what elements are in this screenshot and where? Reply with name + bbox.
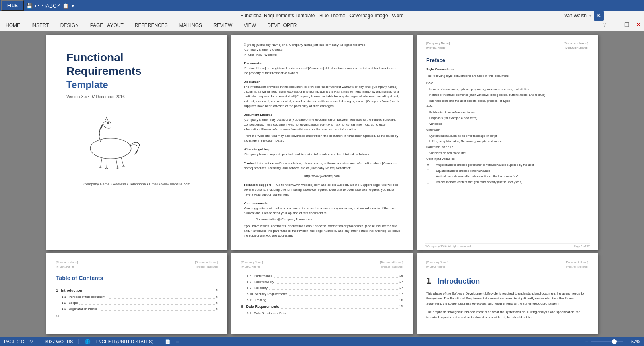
tab-references[interactable]: REFERENCES — [129, 20, 173, 31]
italic-desc3: Variables — [426, 122, 588, 126]
cp-help: Where to get help [Company Name] support… — [244, 147, 400, 157]
file-tab[interactable]: FILE — [1, 0, 24, 11]
cp-trademarks-text: [Product Name] are registered trademarks… — [244, 66, 400, 76]
preface-header-left: [Company Name] [Project Name] — [426, 41, 450, 50]
cp-line2: [Company Name] [Address] — [244, 47, 400, 52]
courier-desc1: System output, such as an error message … — [426, 134, 588, 138]
toc2-header-right: [Document Name] [Version Number] — [380, 260, 403, 269]
cp-trademarks-heading: Trademarks — [244, 61, 400, 66]
check-icon[interactable]: ✔ — [55, 2, 62, 9]
save-icon[interactable]: 💾 — [26, 2, 33, 9]
toc-title: Table of Contents — [56, 274, 218, 282]
cp-trademarks: Trademarks [Product Name] are registered… — [244, 61, 400, 76]
intro-header-right: [Document Name] [Version Number] — [566, 260, 588, 269]
customize-icon[interactable]: ▾ — [69, 2, 76, 9]
courier-label: Courier — [426, 128, 588, 132]
page-preface: [Company Name] [Project Name] [Document … — [417, 35, 598, 250]
toc2-6: 6 Data Requirements 19 — [241, 304, 403, 309]
toc-row-1.1: 1.1 Purpose of this document 6 — [56, 295, 218, 300]
cp-comments-email: Documentation@[Company Name].com — [256, 217, 388, 222]
minimize-button[interactable]: — — [609, 20, 621, 29]
restore-button[interactable]: ❐ — [621, 20, 633, 29]
cp-comments-heading: Your comments — [244, 201, 400, 206]
toc2-5.11: 5.11 Training 18 — [241, 298, 403, 303]
preface-project: [Project Name] — [426, 45, 450, 50]
svg-line-4 — [116, 158, 118, 168]
toc2-5.9: 5.9 Reliability 17 — [241, 286, 403, 291]
preface-footer-text: © Company 2016. All rights reserved. — [425, 245, 471, 248]
status-mode-icon2: ☰ — [175, 339, 180, 344]
preface-page-num: Page 3 of 27 — [574, 245, 590, 248]
tab-mailings[interactable]: MAILINGS — [173, 20, 208, 31]
cp-product-info: Product Information — Documentation, rel… — [244, 161, 400, 179]
cp-disclaimer-text: The information provided in this documen… — [244, 84, 400, 109]
svg-point-0 — [90, 138, 131, 159]
user-name: Ivan Walsh — [563, 13, 587, 19]
page-cover: FunctionalRequirements Template Version … — [46, 35, 227, 250]
intro-project: [Project Name] — [426, 264, 448, 269]
preface-header-right: [Document Name] [Version Number] — [564, 41, 588, 50]
tab-home[interactable]: HOME — [0, 20, 26, 31]
preface-company: [Company Name] — [426, 41, 450, 45]
svg-line-2 — [101, 157, 102, 167]
cp-disclaimer-heading: Disclaimer — [244, 80, 400, 84]
toc2-5.10: 5.10 Security Requirements 17 — [241, 292, 403, 297]
toc-company: [Company Name] — [56, 260, 78, 264]
courier-desc2: URLs, complete paths, filenames, prompts… — [426, 139, 588, 144]
brace-row: {} Braces indicate content that you must… — [426, 180, 588, 184]
intro-section-num: 1 — [426, 274, 431, 288]
toc2-version: [Version Number] — [380, 264, 403, 269]
page-row-bottom: [Company Name] [Project Name] [Document … — [0, 253, 644, 334]
courier-static-desc: Variables on command line — [426, 151, 588, 155]
status-mode-icon1: 📄 — [165, 339, 171, 344]
toc2-6.1: 6.1 Data Structure or Data... — [241, 311, 403, 316]
intro-content: [Company Name] [Project Name] [Document … — [417, 253, 598, 327]
courier-static-label: Courier static — [426, 145, 588, 150]
cover-version: Version X.x • 07 December 2016 — [66, 95, 125, 99]
spell-check-icon[interactable]: ABC — [47, 2, 55, 9]
bold-desc1: Names of commands, options, programs, pr… — [426, 87, 588, 91]
status-sep2 — [78, 339, 79, 344]
toc2-content: [Company Name] [Project Name] [Document … — [231, 253, 413, 323]
zoom-out-icon[interactable]: − — [585, 338, 588, 345]
tab-design[interactable]: DESIGN — [55, 20, 85, 31]
toc2-company: [Company Name] — [241, 260, 263, 264]
cover-content: FunctionalRequirements Template Version … — [46, 35, 227, 194]
intro-doc-name: [Document Name] — [566, 260, 588, 264]
close-button[interactable]: ✕ — [633, 20, 644, 29]
undo-icon[interactable]: ↩ — [33, 2, 40, 9]
italic-label: Italic — [426, 104, 588, 109]
cp-doc-lifetime: Document Lifetime [Company Name] may occ… — [244, 113, 400, 143]
bold-desc3: Interface elements the user selects, cli… — [426, 99, 588, 103]
toc-version: [Version Number] — [195, 264, 218, 269]
tab-review[interactable]: REVIEW — [208, 20, 238, 31]
page-toc: [Company Name] [Project Name] [Document … — [46, 253, 227, 334]
cp-help-heading: Where to get help — [244, 147, 400, 152]
zoom-in-icon[interactable]: + — [625, 338, 629, 345]
tab-view[interactable]: VIEW — [238, 20, 262, 31]
intro-company: [Company Name] — [426, 260, 448, 264]
app-header: FILE 💾 ↩ ↪ ABC ✔ 📋 ▾ Functional Requirem… — [0, 0, 644, 31]
toc-project: [Project Name] — [56, 264, 78, 269]
tab-page-layout[interactable]: PAGE LAYOUT — [85, 20, 129, 31]
intro-title-row: 1 Introduction — [426, 274, 588, 288]
tab-insert[interactable]: INSERT — [26, 20, 55, 31]
toc-row-1.3: 1.3 Organization Profile 6 — [56, 307, 218, 312]
zoom-slider[interactable] — [591, 341, 623, 342]
cp-help-text: [Company Name] support, product, and lic… — [244, 152, 400, 157]
cp-product-heading: Product Information — [244, 161, 274, 165]
intro-text1: This phase of the Software Development L… — [426, 291, 588, 307]
toc-header: [Company Name] [Project Name] [Document … — [56, 260, 218, 270]
toc-content: [Company Name] [Project Name] [Document … — [46, 253, 227, 325]
cp-comments-text2: If you have issues, comments, or questio… — [244, 224, 400, 238]
help-button[interactable]: ? — [599, 20, 609, 29]
toc2-header-left: [Company Name] [Project Name] — [241, 260, 263, 269]
style-conventions-intro: The following style conventions are used… — [426, 74, 588, 78]
clipboard-icon[interactable]: 📋 — [62, 2, 69, 9]
svg-line-5 — [121, 157, 124, 167]
status-words: 3937 WORDS — [45, 339, 73, 344]
toc2-5.7: 5.7 Performance 16 — [241, 274, 403, 279]
user-avatar: K — [594, 11, 604, 21]
square-row: [] Square brackets enclose optional valu… — [426, 169, 588, 173]
tab-developer[interactable]: DEVELOPER — [262, 20, 302, 31]
